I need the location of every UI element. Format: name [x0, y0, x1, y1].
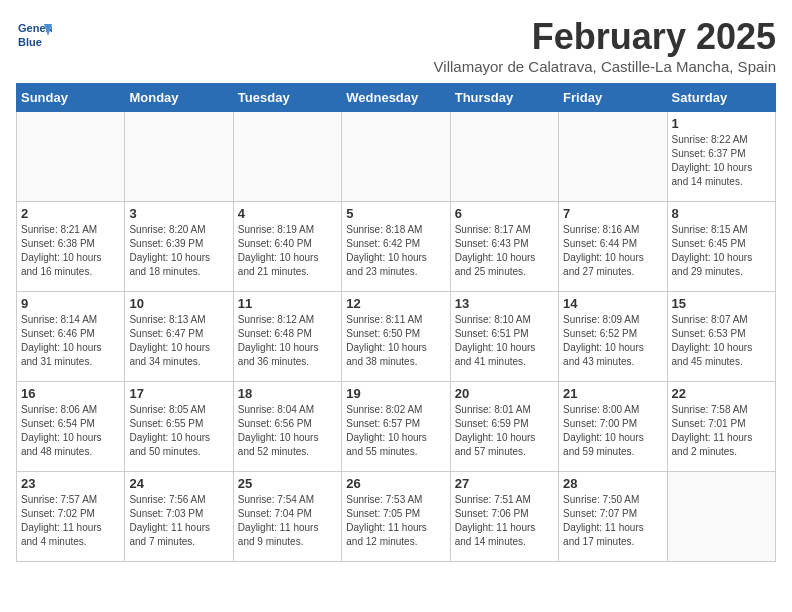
- day-number: 13: [455, 296, 554, 311]
- calendar-cell: 8Sunrise: 8:15 AM Sunset: 6:45 PM Daylig…: [667, 202, 775, 292]
- day-info: Sunrise: 7:54 AM Sunset: 7:04 PM Dayligh…: [238, 493, 337, 549]
- day-number: 6: [455, 206, 554, 221]
- logo-icon: General Blue: [16, 16, 52, 52]
- weekday-header: Monday: [125, 84, 233, 112]
- day-info: Sunrise: 7:51 AM Sunset: 7:06 PM Dayligh…: [455, 493, 554, 549]
- day-info: Sunrise: 8:21 AM Sunset: 6:38 PM Dayligh…: [21, 223, 120, 279]
- calendar-week-row: 9Sunrise: 8:14 AM Sunset: 6:46 PM Daylig…: [17, 292, 776, 382]
- day-number: 16: [21, 386, 120, 401]
- calendar-cell: [342, 112, 450, 202]
- day-number: 27: [455, 476, 554, 491]
- day-number: 24: [129, 476, 228, 491]
- calendar-cell: 20Sunrise: 8:01 AM Sunset: 6:59 PM Dayli…: [450, 382, 558, 472]
- calendar-week-row: 2Sunrise: 8:21 AM Sunset: 6:38 PM Daylig…: [17, 202, 776, 292]
- calendar-cell: 14Sunrise: 8:09 AM Sunset: 6:52 PM Dayli…: [559, 292, 667, 382]
- calendar-cell: 16Sunrise: 8:06 AM Sunset: 6:54 PM Dayli…: [17, 382, 125, 472]
- day-number: 8: [672, 206, 771, 221]
- day-number: 7: [563, 206, 662, 221]
- day-info: Sunrise: 8:17 AM Sunset: 6:43 PM Dayligh…: [455, 223, 554, 279]
- day-info: Sunrise: 8:01 AM Sunset: 6:59 PM Dayligh…: [455, 403, 554, 459]
- day-number: 26: [346, 476, 445, 491]
- day-info: Sunrise: 7:58 AM Sunset: 7:01 PM Dayligh…: [672, 403, 771, 459]
- weekday-header: Wednesday: [342, 84, 450, 112]
- day-number: 21: [563, 386, 662, 401]
- day-number: 15: [672, 296, 771, 311]
- calendar-week-row: 1Sunrise: 8:22 AM Sunset: 6:37 PM Daylig…: [17, 112, 776, 202]
- subtitle: Villamayor de Calatrava, Castille-La Man…: [434, 58, 776, 75]
- day-number: 3: [129, 206, 228, 221]
- calendar-cell: [559, 112, 667, 202]
- day-info: Sunrise: 8:19 AM Sunset: 6:40 PM Dayligh…: [238, 223, 337, 279]
- calendar-cell: 9Sunrise: 8:14 AM Sunset: 6:46 PM Daylig…: [17, 292, 125, 382]
- calendar-cell: 12Sunrise: 8:11 AM Sunset: 6:50 PM Dayli…: [342, 292, 450, 382]
- day-info: Sunrise: 8:16 AM Sunset: 6:44 PM Dayligh…: [563, 223, 662, 279]
- day-info: Sunrise: 8:18 AM Sunset: 6:42 PM Dayligh…: [346, 223, 445, 279]
- calendar-cell: 5Sunrise: 8:18 AM Sunset: 6:42 PM Daylig…: [342, 202, 450, 292]
- day-info: Sunrise: 8:06 AM Sunset: 6:54 PM Dayligh…: [21, 403, 120, 459]
- day-number: 22: [672, 386, 771, 401]
- calendar-cell: 24Sunrise: 7:56 AM Sunset: 7:03 PM Dayli…: [125, 472, 233, 562]
- weekday-header: Saturday: [667, 84, 775, 112]
- day-number: 20: [455, 386, 554, 401]
- day-number: 12: [346, 296, 445, 311]
- day-info: Sunrise: 8:05 AM Sunset: 6:55 PM Dayligh…: [129, 403, 228, 459]
- calendar-cell: [450, 112, 558, 202]
- calendar-cell: 25Sunrise: 7:54 AM Sunset: 7:04 PM Dayli…: [233, 472, 341, 562]
- calendar-cell: [125, 112, 233, 202]
- calendar-week-row: 16Sunrise: 8:06 AM Sunset: 6:54 PM Dayli…: [17, 382, 776, 472]
- day-info: Sunrise: 7:57 AM Sunset: 7:02 PM Dayligh…: [21, 493, 120, 549]
- day-number: 4: [238, 206, 337, 221]
- calendar-week-row: 23Sunrise: 7:57 AM Sunset: 7:02 PM Dayli…: [17, 472, 776, 562]
- day-info: Sunrise: 7:56 AM Sunset: 7:03 PM Dayligh…: [129, 493, 228, 549]
- weekday-header: Thursday: [450, 84, 558, 112]
- calendar-cell: 1Sunrise: 8:22 AM Sunset: 6:37 PM Daylig…: [667, 112, 775, 202]
- day-number: 17: [129, 386, 228, 401]
- day-info: Sunrise: 8:09 AM Sunset: 6:52 PM Dayligh…: [563, 313, 662, 369]
- main-title: February 2025: [434, 16, 776, 58]
- calendar-cell: 21Sunrise: 8:00 AM Sunset: 7:00 PM Dayli…: [559, 382, 667, 472]
- calendar-cell: 27Sunrise: 7:51 AM Sunset: 7:06 PM Dayli…: [450, 472, 558, 562]
- calendar-cell: [17, 112, 125, 202]
- calendar-cell: 23Sunrise: 7:57 AM Sunset: 7:02 PM Dayli…: [17, 472, 125, 562]
- calendar-cell: 6Sunrise: 8:17 AM Sunset: 6:43 PM Daylig…: [450, 202, 558, 292]
- day-info: Sunrise: 8:12 AM Sunset: 6:48 PM Dayligh…: [238, 313, 337, 369]
- weekday-header: Friday: [559, 84, 667, 112]
- calendar-cell: 19Sunrise: 8:02 AM Sunset: 6:57 PM Dayli…: [342, 382, 450, 472]
- calendar-cell: 7Sunrise: 8:16 AM Sunset: 6:44 PM Daylig…: [559, 202, 667, 292]
- calendar-cell: 15Sunrise: 8:07 AM Sunset: 6:53 PM Dayli…: [667, 292, 775, 382]
- day-number: 14: [563, 296, 662, 311]
- day-info: Sunrise: 8:07 AM Sunset: 6:53 PM Dayligh…: [672, 313, 771, 369]
- day-info: Sunrise: 8:20 AM Sunset: 6:39 PM Dayligh…: [129, 223, 228, 279]
- day-info: Sunrise: 8:13 AM Sunset: 6:47 PM Dayligh…: [129, 313, 228, 369]
- day-number: 23: [21, 476, 120, 491]
- calendar-table: SundayMondayTuesdayWednesdayThursdayFrid…: [16, 83, 776, 562]
- calendar-cell: 22Sunrise: 7:58 AM Sunset: 7:01 PM Dayli…: [667, 382, 775, 472]
- day-number: 19: [346, 386, 445, 401]
- day-number: 9: [21, 296, 120, 311]
- day-info: Sunrise: 8:11 AM Sunset: 6:50 PM Dayligh…: [346, 313, 445, 369]
- day-info: Sunrise: 7:53 AM Sunset: 7:05 PM Dayligh…: [346, 493, 445, 549]
- svg-text:Blue: Blue: [18, 36, 42, 48]
- day-info: Sunrise: 8:22 AM Sunset: 6:37 PM Dayligh…: [672, 133, 771, 189]
- calendar-cell: 13Sunrise: 8:10 AM Sunset: 6:51 PM Dayli…: [450, 292, 558, 382]
- weekday-header: Sunday: [17, 84, 125, 112]
- weekday-header: Tuesday: [233, 84, 341, 112]
- calendar-cell: 11Sunrise: 8:12 AM Sunset: 6:48 PM Dayli…: [233, 292, 341, 382]
- day-info: Sunrise: 8:14 AM Sunset: 6:46 PM Dayligh…: [21, 313, 120, 369]
- day-info: Sunrise: 8:04 AM Sunset: 6:56 PM Dayligh…: [238, 403, 337, 459]
- calendar-cell: 4Sunrise: 8:19 AM Sunset: 6:40 PM Daylig…: [233, 202, 341, 292]
- day-number: 25: [238, 476, 337, 491]
- calendar-cell: [667, 472, 775, 562]
- calendar-cell: [233, 112, 341, 202]
- day-info: Sunrise: 7:50 AM Sunset: 7:07 PM Dayligh…: [563, 493, 662, 549]
- day-info: Sunrise: 8:10 AM Sunset: 6:51 PM Dayligh…: [455, 313, 554, 369]
- day-number: 2: [21, 206, 120, 221]
- calendar-cell: 10Sunrise: 8:13 AM Sunset: 6:47 PM Dayli…: [125, 292, 233, 382]
- calendar-cell: 26Sunrise: 7:53 AM Sunset: 7:05 PM Dayli…: [342, 472, 450, 562]
- title-section: February 2025 Villamayor de Calatrava, C…: [434, 16, 776, 75]
- day-number: 18: [238, 386, 337, 401]
- logo: General Blue: [16, 16, 52, 52]
- calendar-cell: 18Sunrise: 8:04 AM Sunset: 6:56 PM Dayli…: [233, 382, 341, 472]
- day-info: Sunrise: 8:15 AM Sunset: 6:45 PM Dayligh…: [672, 223, 771, 279]
- day-number: 10: [129, 296, 228, 311]
